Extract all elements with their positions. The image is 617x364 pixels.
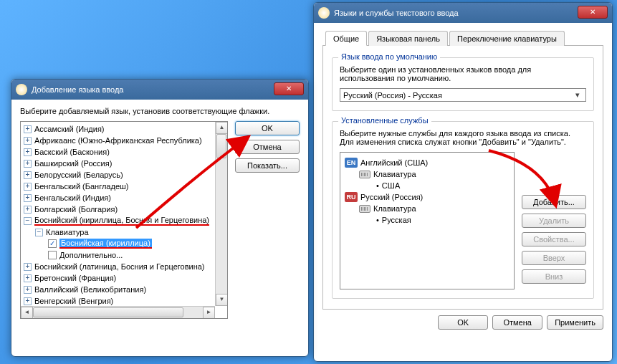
tree-item: +Бенгальский (Бангладеш) — [24, 181, 224, 192]
tree-item: +Валлийский (Великобритания) — [24, 284, 224, 295]
scrollbar-h[interactable]: ◄ ► — [21, 306, 215, 318]
group-legend: Установленные службы — [338, 116, 431, 125]
close-button[interactable]: ✕ — [274, 82, 304, 95]
tab-langbar[interactable]: Языковая панель — [368, 31, 448, 46]
tree-item: +Баскский (Баскония) — [24, 146, 224, 158]
tree-item: +Болгарский (Болгария) — [24, 203, 224, 215]
cancel-button[interactable]: Отмена — [235, 140, 300, 154]
titlebar[interactable]: Языки и службы текстового ввода ✕ — [314, 3, 612, 23]
expand-icon[interactable]: + — [24, 286, 32, 294]
list-item: ENАнглийский (США) — [345, 157, 510, 168]
window-title: Языки и службы текстового ввода — [334, 9, 459, 17]
scroll-up-button[interactable]: ▲ — [216, 122, 228, 134]
window-title: Добавление языка ввода — [32, 85, 124, 94]
expand-icon[interactable]: + — [24, 194, 32, 202]
expand-icon[interactable]: + — [24, 160, 32, 168]
tree-item: +Бенгальский (Индия) — [24, 192, 224, 203]
expand-icon[interactable]: + — [24, 137, 32, 145]
scroll-thumb[interactable] — [33, 307, 183, 317]
tree-item: +Белорусский (Беларусь) — [24, 169, 224, 181]
tree-item: +Боснийский (латиница, Босния и Герцегов… — [24, 261, 224, 272]
keyboard-icon — [359, 171, 370, 178]
scrollbar-v[interactable]: ▲ ▼ — [215, 122, 227, 306]
list-item: • США — [345, 180, 510, 191]
globe-icon — [16, 84, 27, 95]
apply-button[interactable]: Применить — [547, 315, 603, 330]
expand-icon[interactable]: + — [24, 125, 32, 133]
tree-item: +Башкирский (Россия) — [24, 158, 224, 169]
preview-button[interactable]: Показать... — [235, 158, 300, 173]
globe-icon — [318, 7, 330, 19]
ok-button[interactable]: OK — [438, 315, 488, 330]
move-up-button[interactable]: Вверх — [522, 251, 586, 265]
list-item: • Русская — [345, 214, 510, 226]
tree-item: +Венгерский (Венгрия) — [24, 295, 224, 307]
expand-icon[interactable]: + — [24, 274, 32, 282]
select-value: Русский (Россия) - Русская — [343, 91, 442, 100]
group-legend: Язык ввода по умолчанию — [338, 52, 440, 61]
scroll-thumb[interactable] — [216, 134, 226, 158]
add-button[interactable]: Добавить... — [522, 195, 586, 209]
tree-item-expanded: −Боснийский (кириллица, Босния и Герцего… — [24, 215, 224, 226]
expand-icon[interactable]: + — [24, 148, 32, 156]
scroll-down-button[interactable]: ▼ — [216, 294, 228, 306]
tabstrip: Общие Языковая панель Переключение клави… — [322, 30, 603, 46]
list-item: RUРусский (Россия) — [345, 191, 510, 203]
list-item: Клавиатура — [345, 168, 510, 180]
scroll-left-button[interactable]: ◄ — [21, 307, 33, 319]
expand-icon[interactable]: + — [24, 297, 32, 305]
expand-icon[interactable]: + — [24, 263, 32, 271]
installed-list[interactable]: ENАнглийский (США) Клавиатура • США RUРу… — [340, 152, 515, 289]
chevron-down-icon: ▾ — [572, 90, 583, 100]
text-services-window: Языки и службы текстового ввода ✕ Общие … — [313, 2, 613, 362]
titlebar[interactable]: Добавление языка ввода ✕ — [11, 80, 308, 100]
list-item: Клавиатура — [345, 203, 510, 214]
close-button[interactable]: ✕ — [578, 6, 608, 19]
tree-item: −Клавиатура — [24, 226, 224, 238]
tab-general[interactable]: Общие — [325, 31, 367, 46]
lang-badge-en: EN — [345, 158, 358, 168]
expand-icon[interactable]: + — [24, 206, 32, 214]
tree-item: +Африкаанс (Южно-Африканская Республика) — [24, 135, 224, 146]
lang-badge-ru: RU — [345, 192, 358, 202]
collapse-icon[interactable]: − — [24, 217, 32, 225]
dialog-buttons: OK Отмена Применить — [314, 310, 612, 338]
tree-item: +Волоф (Сенегал) — [24, 318, 224, 319]
add-input-language-window: Добавление языка ввода ✕ Выберите добавл… — [11, 79, 309, 357]
expand-icon[interactable]: + — [24, 171, 32, 179]
scroll-right-button[interactable]: ► — [203, 307, 215, 319]
expand-icon[interactable]: + — [24, 183, 32, 191]
dialog-desc: Выберите добавляемый язык, установив соо… — [20, 107, 300, 115]
tree-item: +Бретонский (Франция) — [24, 272, 224, 284]
tree-item: +Ассамский (Индия) — [24, 123, 224, 135]
tab-hotkeys[interactable]: Переключение клавиатуры — [449, 31, 565, 46]
properties-button[interactable]: Свойства... — [522, 232, 586, 246]
keyboard-icon — [359, 205, 370, 213]
cancel-button[interactable]: Отмена — [492, 315, 542, 330]
tree-item-selected: ✓Боснийская (кириллица) — [24, 238, 224, 249]
move-down-button[interactable]: Вниз — [522, 269, 586, 284]
tree-item: Дополнительно... — [24, 249, 224, 261]
default-language-select[interactable]: Русский (Россия) - Русская ▾ — [340, 88, 586, 102]
default-language-group: Язык ввода по умолчанию Выберите один из… — [332, 57, 594, 111]
installed-services-group: Установленные службы Выберите нужные слу… — [332, 121, 594, 299]
collapse-icon[interactable]: − — [35, 229, 43, 236]
group-desc: Выберите нужные службы для каждого языка… — [340, 129, 586, 146]
checkbox[interactable] — [48, 251, 57, 259]
remove-button[interactable]: Удалить — [522, 214, 586, 228]
ok-button[interactable]: OK — [235, 121, 300, 135]
language-tree[interactable]: +Ассамский (Индия) +Африкаанс (Южно-Афри… — [20, 121, 228, 319]
group-desc: Выберите один из установленных языков вв… — [340, 65, 586, 82]
checkbox-checked[interactable]: ✓ — [48, 239, 57, 248]
